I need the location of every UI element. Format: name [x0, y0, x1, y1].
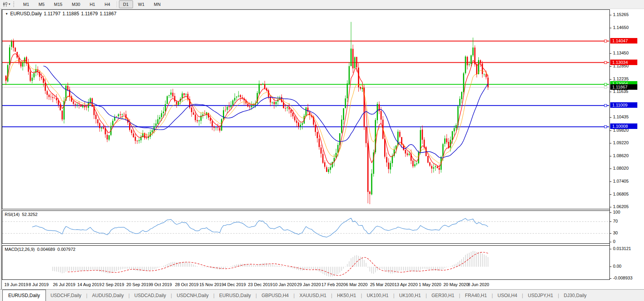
axis-tick [610, 92, 611, 92]
axis-tick [610, 278, 611, 279]
ohlc-low: 1.11679 [81, 11, 98, 16]
price-tick-label: 1.13450 [613, 51, 629, 55]
rsi-line [32, 218, 488, 238]
price-line-label: 1.14047 [610, 38, 637, 44]
chart-tabs-bar: EURUSD,DailyUSDCHF,Daily|AUDUSD,Daily|US… [0, 289, 644, 301]
candlestick-chart-icon [2, 2, 8, 7]
chart-title: ▼ EURUSD,Daily 1.11797 1.11885 1.11679 1… [5, 11, 117, 16]
rsi-tick-label: 30 [613, 230, 618, 235]
rsi-plot [2, 211, 609, 243]
candles-layer [5, 22, 489, 204]
chart-tab-eurusd-daily[interactable]: EURUSD,Daily [215, 290, 256, 301]
rsi-name: RSI(14) [5, 212, 20, 217]
collapse-indicator-icon[interactable]: ▼ [5, 12, 8, 16]
macd-signal-line [68, 252, 488, 276]
date-tick-label: 26 Jul 2019 [53, 282, 75, 287]
timeframe-button-m30[interactable]: M30 [68, 0, 84, 8]
moving-averages-layer [6, 54, 488, 167]
price-tick-label: 1.06805 [613, 192, 629, 196]
date-tick-label: 28 Oct 2019 [175, 282, 199, 287]
date-tick-label: 9 Oct 2019 [151, 282, 172, 287]
macd-tick-label: 0.013121 [613, 246, 631, 251]
date-tick-label: 14 Aug 2019 [77, 282, 102, 287]
price-tick-label: 1.09220 [613, 140, 629, 145]
chart-tab-usdjpy-h1[interactable]: USDJPY,H1 [523, 290, 558, 301]
rsi-tick-label: 100 [613, 210, 620, 214]
price-line-label: 1.10008 [610, 123, 637, 129]
toolbar-separator [117, 1, 117, 7]
axis-tick [610, 117, 611, 118]
macd-name: MACD(12,26,9) [5, 247, 35, 252]
chart-tab-usoil-h4[interactable]: USOil,H4 [493, 290, 522, 301]
price-chart-panel[interactable]: ▼ EURUSD,Daily 1.11797 1.11885 1.11679 1… [2, 9, 609, 209]
axis-tick [610, 194, 611, 195]
chart-tab-audusd-daily[interactable]: AUDUSD,Daily [88, 290, 129, 301]
timeframe-button-h1[interactable]: H1 [85, 0, 99, 8]
date-tick-label: 8 Jul 2019 [29, 282, 49, 287]
chart-tab-usdcnh-daily[interactable]: USDCNH,Daily [172, 290, 213, 301]
date-tick-label: 6 Mar 2020 [346, 282, 368, 287]
price-tick-label: 1.15265 [613, 12, 629, 17]
timeframe-button-h4[interactable]: H4 [100, 0, 114, 8]
date-axis[interactable]: 19 Jun 20198 Jul 201926 Jul 201914 Aug 2… [2, 280, 644, 290]
macd-indicator-panel[interactable]: MACD(12,26,9) 0.004689 0.007972 [2, 245, 609, 280]
chart-tab-gbpusd-h4[interactable]: GBPUSD,H4 [257, 290, 293, 301]
chart-tab-xauusd-h1[interactable]: XAUUSD,H1 [295, 290, 331, 301]
ema-10-line [6, 61, 488, 163]
date-tick-label: 1 May 2020 [419, 282, 441, 287]
chart-tab-fra40-h1[interactable]: FRA40,H1 [460, 290, 492, 301]
rsi-label: RSI(14) 52.3252 [5, 212, 38, 217]
date-tick-label: 23 Dec 2019 [248, 282, 272, 287]
axis-tick [610, 131, 611, 131]
chart-tab-uk100-h1[interactable]: UK100,H1 [362, 290, 393, 301]
toolbar-grip[interactable] [13, 2, 16, 7]
timeframe-button-m5[interactable]: M5 [34, 0, 49, 8]
chart-tab-uk100-h1[interactable]: UK100,H1 [394, 290, 425, 301]
chart-tab-dj30-daily[interactable]: DJ30,Daily [559, 290, 591, 301]
chart-tab-eurusd-daily[interactable]: EURUSD,Daily [2, 290, 46, 301]
date-tick-label: 29 Jan 2020 [297, 282, 321, 287]
rsi-indicator-panel[interactable]: RSI(14) 52.3252 [2, 210, 609, 244]
axis-tick [610, 181, 611, 182]
chart-tab-usdchf-daily[interactable]: USDCHF,Daily [46, 290, 86, 301]
chart-tab-ger30-h1[interactable]: GER30,H1 [427, 290, 459, 301]
macd-main-value: 0.004689 [37, 247, 55, 252]
price-tick-label: 1.07405 [613, 179, 629, 183]
rsi-tick-label: 70 [613, 219, 618, 223]
axis-tick [610, 242, 611, 242]
timeframe-button-mn[interactable]: MN [150, 0, 165, 8]
axis-tick [610, 221, 611, 222]
axis-tick [610, 15, 611, 15]
ohlc-high: 1.11885 [62, 11, 79, 16]
ohlc-close: 1.11867 [100, 11, 117, 16]
axis-tick [610, 212, 611, 213]
timeframe-button-d1[interactable]: D1 [119, 0, 133, 8]
date-tick-label: 15 Nov 2019 [199, 282, 224, 287]
sma-21-line [44, 66, 488, 158]
timeframe-button-m15[interactable]: M15 [50, 0, 67, 8]
chart-type-dropdown[interactable]: ▾ [0, 0, 13, 8]
chart-tab-usdcad-daily[interactable]: USDCAD,Daily [130, 290, 171, 301]
timeframe-button-w1[interactable]: W1 [134, 0, 149, 8]
date-tick-label: 8 Jun 2020 [468, 282, 489, 287]
axis-tick [610, 267, 611, 267]
axis-tick [610, 249, 611, 249]
axis-tick [610, 156, 611, 156]
price-line-label: 1.11009 [610, 102, 637, 108]
price-axis[interactable]: 1.152651.146501.134501.128501.122351.116… [609, 9, 644, 280]
date-tick-label: 19 Jun 2019 [4, 282, 28, 287]
timeframe-button-m1[interactable]: M1 [19, 0, 33, 8]
axis-tick [610, 143, 611, 143]
candlestick-chart [2, 10, 609, 209]
ohlc-open: 1.11797 [44, 11, 61, 16]
macd-tick-label: 0.00 [613, 264, 621, 268]
date-tick-label: 17 Feb 2020 [321, 282, 346, 287]
price-tick-label: 1.10435 [613, 114, 629, 119]
axis-tick [610, 53, 611, 54]
date-tick-label: 20 Sep 2019 [126, 282, 151, 287]
price-tick-label: 1.14650 [613, 25, 629, 30]
chart-window: ▼ EURUSD,Daily 1.11797 1.11885 1.11679 1… [2, 9, 644, 290]
chart-tab-hk50-h1[interactable]: HK50,H1 [332, 290, 361, 301]
date-tick-label: 13 Apr 2020 [394, 282, 418, 287]
price-line-label: 1.13034 [610, 60, 637, 65]
